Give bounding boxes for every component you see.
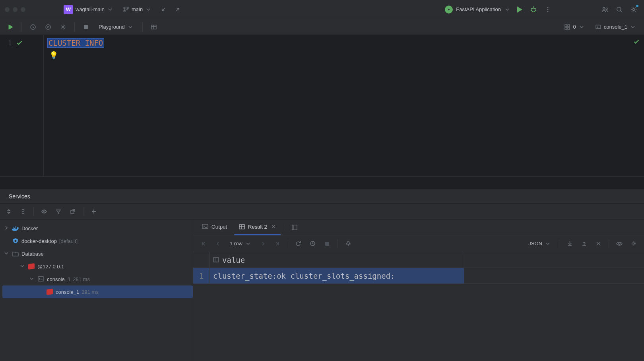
upload-button[interactable] [578, 238, 590, 249]
svg-point-9 [603, 7, 605, 9]
execute-button[interactable] [5, 21, 16, 33]
minimize-window-dot[interactable] [13, 7, 17, 12]
tree-node-redis-host[interactable]: @127.0.0.1 [2, 260, 193, 273]
stop-button[interactable] [80, 21, 91, 33]
table-settings-button[interactable] [628, 238, 639, 249]
console-session-name: console_1 [604, 24, 627, 30]
services-tool-window-header[interactable]: Services [0, 189, 644, 204]
more-actions-button[interactable] [542, 4, 553, 15]
code-editor[interactable]: 1 CLUSTER INFO 💡 [0, 35, 644, 177]
console-settings-button[interactable] [58, 21, 69, 33]
open-in-new-button[interactable] [67, 206, 78, 217]
close-window-dot[interactable] [5, 7, 10, 12]
tree-node-console-result[interactable]: console_1 291 ms [2, 285, 193, 298]
row-count-selector[interactable]: 1 row [227, 239, 254, 248]
first-page-button[interactable] [198, 238, 209, 249]
tree-label: @127.0.0.1 [37, 264, 64, 270]
search-everywhere-button[interactable] [614, 4, 625, 15]
debug-button[interactable] [528, 4, 539, 15]
services-count-selector[interactable]: 0 [561, 22, 588, 32]
svg-point-33 [633, 243, 634, 245]
show-hide-button[interactable] [39, 206, 50, 217]
run-configuration[interactable]: FastAPI Application [445, 6, 510, 14]
editor-content[interactable]: CLUSTER INFO 💡 [44, 35, 644, 177]
tree-node-docker[interactable]: Docker [2, 222, 193, 235]
explain-plan-button[interactable] [43, 21, 54, 33]
console-icon [37, 276, 45, 283]
intention-bulb-icon[interactable]: 💡 [49, 51, 58, 59]
reload-button[interactable] [293, 238, 304, 249]
result-toolbar: 1 row JSON [193, 235, 644, 252]
history-button[interactable] [27, 21, 39, 33]
svg-point-25 [15, 240, 17, 242]
tree-label: console_1 [56, 289, 79, 295]
table-view-button[interactable] [148, 21, 159, 33]
services-title: Services [9, 193, 30, 200]
row-number: 1 [193, 268, 210, 283]
pin-tab-button[interactable] [343, 238, 354, 249]
cancel-query-button[interactable] [322, 238, 333, 249]
filter-button[interactable] [53, 206, 64, 217]
svg-point-1 [124, 10, 125, 12]
tree-node-docker-desktop[interactable]: docker-desktop [default] [2, 235, 193, 247]
outgoing-changes-button[interactable] [172, 4, 183, 15]
download-button[interactable] [564, 238, 575, 249]
settings-button[interactable] [628, 4, 639, 15]
auto-refresh-button[interactable] [307, 238, 318, 249]
tree-timing: 291 ms [73, 276, 90, 282]
arrow-up-right-icon [175, 6, 181, 13]
rownum-header[interactable] [193, 252, 210, 268]
svg-rect-21 [568, 27, 570, 29]
add-service-button[interactable] [88, 206, 99, 217]
line-number: 1 [8, 39, 12, 47]
incoming-changes-button[interactable] [158, 4, 169, 15]
check-icon [16, 39, 23, 47]
view-toggle-button[interactable] [614, 238, 625, 249]
compare-button[interactable] [593, 238, 604, 249]
svg-point-2 [127, 7, 128, 9]
zoom-window-dot[interactable] [21, 7, 25, 12]
close-tab-icon[interactable]: ✕ [271, 223, 276, 230]
console-session-selector[interactable]: console_1 [592, 22, 639, 32]
cell-value[interactable]: cluster_state:ok cluster_slots_assigned: [210, 268, 464, 283]
result-tabs: Output Result 2 ✕ [193, 219, 644, 235]
inspection-ok-icon[interactable] [633, 38, 640, 45]
tree-node-database[interactable]: Database [2, 247, 193, 260]
last-page-button[interactable] [272, 238, 283, 249]
tab-result[interactable]: Result 2 ✕ [234, 219, 281, 235]
svg-point-7 [547, 9, 549, 10]
chevron-down-icon [545, 241, 551, 247]
tab-output[interactable]: Output [197, 219, 232, 235]
project-badge-icon: W [64, 5, 73, 14]
tree-label: Database [21, 251, 44, 257]
svg-rect-18 [565, 25, 567, 27]
run-button[interactable] [514, 4, 525, 15]
collapse-all-button[interactable] [17, 206, 29, 217]
table-row[interactable]: 1 cluster_state:ok cluster_slots_assigne… [193, 268, 644, 284]
result-table[interactable]: value 1 cluster_state:ok cluster_slots_a… [193, 252, 644, 361]
next-page-button[interactable] [258, 238, 269, 249]
chevron-down-icon [145, 6, 151, 13]
svg-rect-29 [292, 225, 297, 230]
column-name: value [222, 256, 245, 264]
layout-button[interactable] [289, 222, 300, 233]
chevron-down-icon [29, 276, 35, 282]
svg-point-6 [547, 7, 549, 8]
tree-tag: [default] [59, 238, 78, 244]
chevron-down-icon [20, 264, 25, 269]
tree-node-console[interactable]: console_1 291 ms [2, 273, 193, 285]
branch-icon [123, 6, 129, 13]
expand-all-button[interactable] [3, 206, 14, 217]
editor-resize-handle[interactable] [0, 177, 644, 189]
column-header-value[interactable]: value [210, 252, 464, 268]
svg-point-5 [532, 8, 535, 12]
svg-point-15 [62, 26, 64, 28]
code-with-me-button[interactable] [599, 4, 611, 15]
project-selector[interactable]: W wagtail-main [60, 3, 116, 16]
output-format-selector[interactable]: JSON [525, 239, 554, 248]
vcs-branch-selector[interactable]: main [120, 5, 155, 14]
services-tree[interactable]: Docker docker-desktop [default] Database… [0, 219, 193, 361]
prev-page-button[interactable] [212, 238, 223, 249]
playground-mode-selector[interactable]: Playground [95, 22, 137, 32]
chevron-down-icon [630, 24, 636, 30]
